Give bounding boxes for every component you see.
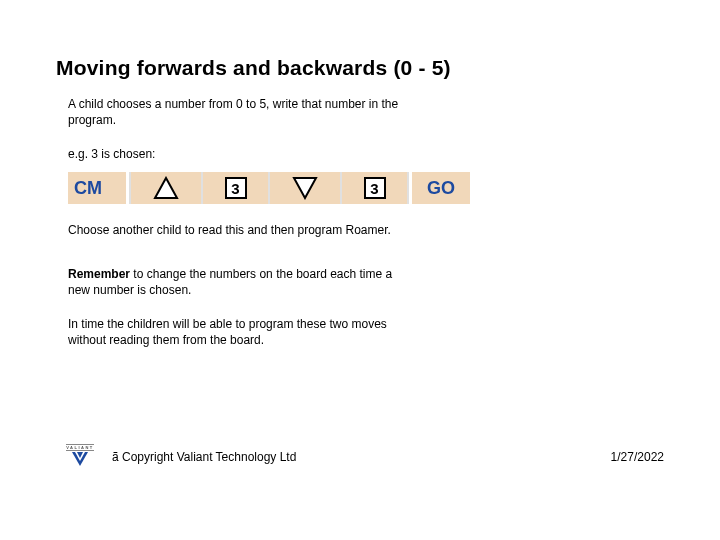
number-value: 3 (225, 177, 247, 199)
paragraph-intro: A child chooses a number from 0 to 5, wr… (68, 96, 408, 128)
forward-button (131, 172, 201, 204)
paragraph-remember: Remember to change the numbers on the bo… (68, 266, 408, 298)
backward-button (270, 172, 340, 204)
logo-text: VALIANT (66, 444, 94, 451)
logo-triangle-icon (72, 452, 88, 466)
paragraph-conclusion: In time the children will be able to pro… (68, 316, 418, 348)
paragraph-example-label: e.g. 3 is chosen: (68, 146, 408, 162)
number-cell-1: 3 (203, 172, 268, 204)
cm-button: CM (68, 172, 126, 204)
svg-marker-1 (294, 178, 316, 198)
arrow-down-icon (292, 176, 318, 200)
command-bar: CM 3 3 GO (68, 172, 508, 204)
footer-date: 1/27/2022 (611, 450, 664, 464)
number-value: 3 (364, 177, 386, 199)
remember-bold: Remember (68, 267, 130, 281)
svg-marker-0 (155, 178, 177, 198)
number-cell-2: 3 (342, 172, 407, 204)
go-button: GO (412, 172, 470, 204)
paragraph-choose: Choose another child to read this and th… (68, 222, 408, 238)
copyright-text: ã Copyright Valiant Technology Ltd (112, 450, 296, 464)
valiant-logo: VALIANT (66, 444, 94, 466)
arrow-up-icon (153, 176, 179, 200)
slide-title: Moving forwards and backwards (0 - 5) (56, 56, 451, 80)
